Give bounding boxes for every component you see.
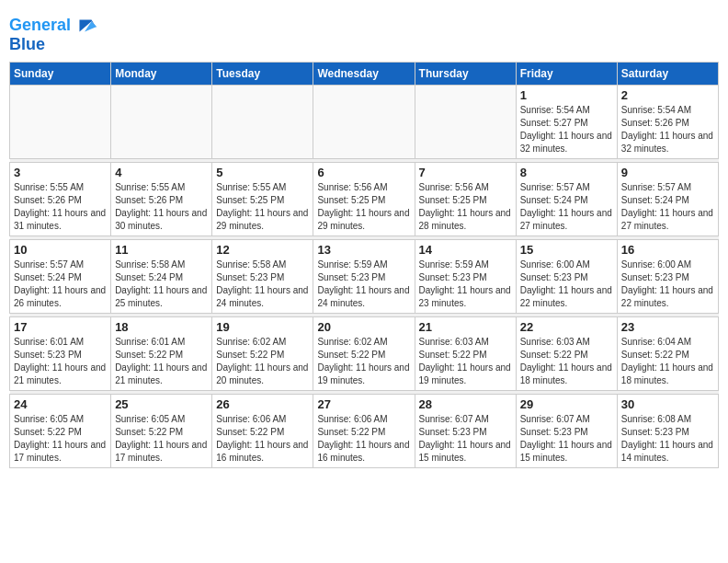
day-info: Sunrise: 6:03 AM Sunset: 5:22 PM Dayligh…: [419, 336, 512, 387]
calendar-cell: 7Sunrise: 5:56 AM Sunset: 5:25 PM Daylig…: [415, 163, 516, 236]
day-number: 19: [216, 320, 309, 334]
calendar-week-3: 17Sunrise: 6:01 AM Sunset: 5:23 PM Dayli…: [10, 317, 719, 391]
calendar-cell: 4Sunrise: 5:55 AM Sunset: 5:26 PM Daylig…: [111, 163, 212, 236]
day-info: Sunrise: 6:06 AM Sunset: 5:22 PM Dayligh…: [317, 413, 410, 465]
calendar-cell: 29Sunrise: 6:07 AM Sunset: 5:23 PM Dayli…: [516, 395, 617, 468]
calendar-cell: 28Sunrise: 6:07 AM Sunset: 5:23 PM Dayli…: [415, 395, 516, 468]
calendar-cell: 24Sunrise: 6:05 AM Sunset: 5:22 PM Dayli…: [10, 395, 111, 468]
day-number: 3: [14, 166, 107, 179]
day-number: 22: [520, 320, 613, 334]
day-number: 14: [419, 243, 512, 257]
day-number: 23: [621, 320, 714, 334]
logo: General Blue: [9, 13, 98, 54]
day-info: Sunrise: 6:07 AM Sunset: 5:23 PM Dayligh…: [419, 413, 512, 465]
calendar-cell: 22Sunrise: 6:03 AM Sunset: 5:22 PM Dayli…: [516, 317, 617, 391]
day-info: Sunrise: 5:55 AM Sunset: 5:25 PM Dayligh…: [216, 181, 309, 233]
weekday-header-friday: Friday: [516, 63, 617, 86]
calendar-cell: 6Sunrise: 5:56 AM Sunset: 5:25 PM Daylig…: [313, 163, 415, 236]
calendar-cell: [212, 86, 313, 159]
day-info: Sunrise: 6:05 AM Sunset: 5:22 PM Dayligh…: [115, 413, 208, 465]
weekday-header-wednesday: Wednesday: [313, 63, 415, 86]
calendar-cell: 13Sunrise: 5:59 AM Sunset: 5:23 PM Dayli…: [313, 240, 415, 314]
page-header: General Blue: [9, 9, 719, 54]
calendar-cell: [10, 86, 111, 159]
weekday-header-monday: Monday: [111, 63, 212, 86]
day-number: 1: [520, 88, 613, 102]
calendar-week-0: 1Sunrise: 5:54 AM Sunset: 5:27 PM Daylig…: [10, 86, 719, 159]
calendar-cell: 27Sunrise: 6:06 AM Sunset: 5:22 PM Dayli…: [313, 395, 415, 468]
calendar-cell: 14Sunrise: 5:59 AM Sunset: 5:23 PM Dayli…: [415, 240, 516, 314]
day-number: 13: [317, 243, 410, 257]
day-number: 29: [520, 397, 613, 411]
day-info: Sunrise: 5:59 AM Sunset: 5:23 PM Dayligh…: [419, 259, 512, 310]
calendar-cell: 3Sunrise: 5:55 AM Sunset: 5:26 PM Daylig…: [10, 163, 111, 236]
day-info: Sunrise: 5:54 AM Sunset: 5:27 PM Dayligh…: [520, 104, 613, 155]
day-number: 26: [216, 397, 309, 411]
day-info: Sunrise: 6:08 AM Sunset: 5:23 PM Dayligh…: [621, 413, 714, 465]
day-info: Sunrise: 5:58 AM Sunset: 5:24 PM Dayligh…: [115, 259, 208, 310]
day-info: Sunrise: 6:05 AM Sunset: 5:22 PM Dayligh…: [14, 413, 107, 465]
day-info: Sunrise: 6:04 AM Sunset: 5:22 PM Dayligh…: [621, 336, 714, 387]
day-info: Sunrise: 5:55 AM Sunset: 5:26 PM Dayligh…: [115, 181, 208, 233]
logo-icon: [73, 13, 98, 39]
calendar-cell: 21Sunrise: 6:03 AM Sunset: 5:22 PM Dayli…: [415, 317, 516, 391]
calendar-cell: 18Sunrise: 6:01 AM Sunset: 5:22 PM Dayli…: [111, 317, 212, 391]
day-number: 28: [419, 397, 512, 411]
calendar-cell: 5Sunrise: 5:55 AM Sunset: 5:25 PM Daylig…: [212, 163, 313, 236]
day-info: Sunrise: 6:01 AM Sunset: 5:23 PM Dayligh…: [14, 336, 107, 387]
calendar-cell: 19Sunrise: 6:02 AM Sunset: 5:22 PM Dayli…: [212, 317, 313, 391]
day-number: 4: [115, 166, 208, 179]
weekday-header-sunday: Sunday: [10, 63, 111, 86]
calendar-cell: 16Sunrise: 6:00 AM Sunset: 5:23 PM Dayli…: [617, 240, 718, 314]
calendar-cell: 12Sunrise: 5:58 AM Sunset: 5:23 PM Dayli…: [212, 240, 313, 314]
day-info: Sunrise: 5:58 AM Sunset: 5:23 PM Dayligh…: [216, 259, 309, 310]
day-info: Sunrise: 6:06 AM Sunset: 5:22 PM Dayligh…: [216, 413, 309, 465]
weekday-header-row: SundayMondayTuesdayWednesdayThursdayFrid…: [10, 63, 719, 86]
day-info: Sunrise: 6:03 AM Sunset: 5:22 PM Dayligh…: [520, 336, 613, 387]
calendar-cell: 10Sunrise: 5:57 AM Sunset: 5:24 PM Dayli…: [10, 240, 111, 314]
calendar-cell: 30Sunrise: 6:08 AM Sunset: 5:23 PM Dayli…: [617, 395, 718, 468]
day-number: 9: [621, 166, 714, 179]
calendar-week-4: 24Sunrise: 6:05 AM Sunset: 5:22 PM Dayli…: [10, 395, 719, 468]
day-number: 6: [317, 166, 410, 179]
day-info: Sunrise: 5:59 AM Sunset: 5:23 PM Dayligh…: [317, 259, 410, 310]
day-info: Sunrise: 6:01 AM Sunset: 5:22 PM Dayligh…: [115, 336, 208, 387]
calendar-table: SundayMondayTuesdayWednesdayThursdayFrid…: [9, 62, 719, 468]
calendar-cell: 17Sunrise: 6:01 AM Sunset: 5:23 PM Dayli…: [10, 317, 111, 391]
day-number: 5: [216, 166, 309, 179]
calendar-cell: 25Sunrise: 6:05 AM Sunset: 5:22 PM Dayli…: [111, 395, 212, 468]
day-info: Sunrise: 6:02 AM Sunset: 5:22 PM Dayligh…: [317, 336, 410, 387]
calendar-cell: [111, 86, 212, 159]
day-number: 10: [14, 243, 107, 257]
logo-text: General: [9, 17, 71, 35]
calendar-cell: 1Sunrise: 5:54 AM Sunset: 5:27 PM Daylig…: [516, 86, 617, 159]
calendar-cell: 9Sunrise: 5:57 AM Sunset: 5:24 PM Daylig…: [617, 163, 718, 236]
calendar-cell: 26Sunrise: 6:06 AM Sunset: 5:22 PM Dayli…: [212, 395, 313, 468]
calendar-cell: 11Sunrise: 5:58 AM Sunset: 5:24 PM Dayli…: [111, 240, 212, 314]
day-info: Sunrise: 5:57 AM Sunset: 5:24 PM Dayligh…: [520, 181, 613, 233]
calendar-week-1: 3Sunrise: 5:55 AM Sunset: 5:26 PM Daylig…: [10, 163, 719, 236]
day-number: 20: [317, 320, 410, 334]
day-number: 15: [520, 243, 613, 257]
day-info: Sunrise: 5:54 AM Sunset: 5:26 PM Dayligh…: [621, 104, 714, 155]
day-number: 11: [115, 243, 208, 257]
calendar-cell: 23Sunrise: 6:04 AM Sunset: 5:22 PM Dayli…: [617, 317, 718, 391]
calendar-cell: 15Sunrise: 6:00 AM Sunset: 5:23 PM Dayli…: [516, 240, 617, 314]
calendar-cell: 8Sunrise: 5:57 AM Sunset: 5:24 PM Daylig…: [516, 163, 617, 236]
day-number: 8: [520, 166, 613, 179]
weekday-header-tuesday: Tuesday: [212, 63, 313, 86]
day-number: 2: [621, 88, 714, 102]
day-number: 7: [419, 166, 512, 179]
weekday-header-thursday: Thursday: [415, 63, 516, 86]
calendar-cell: [313, 86, 415, 159]
day-info: Sunrise: 6:00 AM Sunset: 5:23 PM Dayligh…: [520, 259, 613, 310]
calendar-cell: 20Sunrise: 6:02 AM Sunset: 5:22 PM Dayli…: [313, 317, 415, 391]
day-info: Sunrise: 6:00 AM Sunset: 5:23 PM Dayligh…: [621, 259, 714, 310]
weekday-header-saturday: Saturday: [617, 63, 718, 86]
calendar-cell: 2Sunrise: 5:54 AM Sunset: 5:26 PM Daylig…: [617, 86, 718, 159]
day-info: Sunrise: 5:55 AM Sunset: 5:26 PM Dayligh…: [14, 181, 107, 233]
day-info: Sunrise: 5:57 AM Sunset: 5:24 PM Dayligh…: [14, 259, 107, 310]
day-info: Sunrise: 5:56 AM Sunset: 5:25 PM Dayligh…: [317, 181, 410, 233]
day-info: Sunrise: 6:07 AM Sunset: 5:23 PM Dayligh…: [520, 413, 613, 465]
calendar-week-2: 10Sunrise: 5:57 AM Sunset: 5:24 PM Dayli…: [10, 240, 719, 314]
